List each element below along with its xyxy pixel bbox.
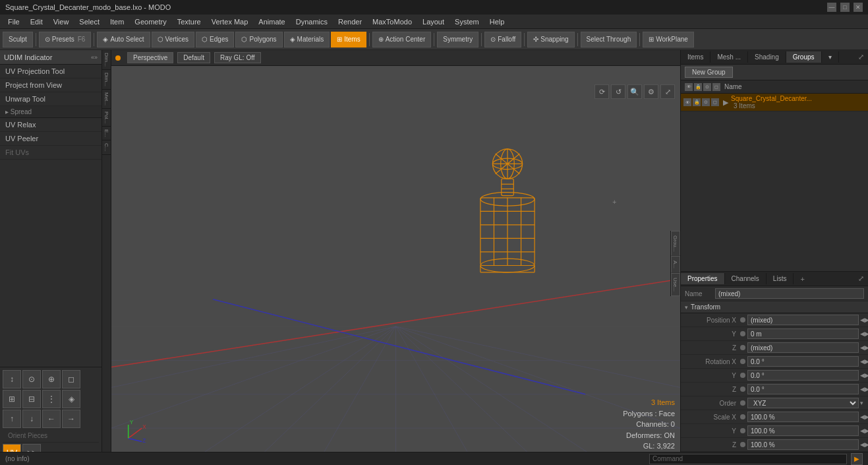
menu-geometry[interactable]: Geometry — [129, 16, 171, 27]
vert-tab-met[interactable]: Met... — [102, 90, 111, 109]
tab-groups[interactable]: Groups — [786, 51, 822, 63]
edge-tab-a[interactable]: A... — [671, 256, 680, 273]
section-spread[interactable]: ▸ Spread — [0, 106, 101, 118]
command-input[interactable]: Command — [652, 455, 683, 462]
tool-left-icon[interactable]: ← — [42, 410, 61, 428]
menu-file[interactable]: File — [3, 16, 25, 27]
auto-select-button[interactable]: ◈ Auto Select — [97, 32, 150, 47]
tool-icon-4[interactable]: ◻ — [62, 370, 80, 388]
item-sel-icon[interactable]: ◻ — [711, 98, 719, 106]
pos-y-arrow[interactable]: ◀▶ — [860, 330, 865, 337]
sidebar-item-project-from-view[interactable]: Project from View — [0, 78, 101, 92]
vert-tab-pol[interactable]: Pol... — [102, 109, 111, 127]
props-tab-properties[interactable]: Properties — [681, 273, 725, 284]
items-button[interactable]: ⊞ Items — [331, 32, 366, 47]
tab-shading[interactable]: Shading — [748, 51, 786, 63]
vp-settings-icon[interactable]: ⚙ — [644, 84, 658, 99]
tab-mesh[interactable]: Mesh ... — [710, 51, 748, 63]
tool-down-icon[interactable]: ↓ — [22, 410, 41, 428]
scale-z-input[interactable]: 100.0 % — [747, 439, 859, 450]
left-panel-expand-icon[interactable]: «» — [91, 54, 98, 61]
tool-icon-6[interactable]: ⊟ — [22, 390, 41, 408]
menu-select[interactable]: Select — [74, 16, 105, 27]
workplane-button[interactable]: ⊞ WorkPlane — [643, 32, 694, 47]
tool-icon-5[interactable]: ⊞ — [3, 390, 21, 408]
order-arrow[interactable]: ▾ — [860, 400, 865, 406]
materials-button[interactable]: ◈ Materials — [284, 32, 330, 47]
tool-icon-7[interactable]: ⋮ — [42, 390, 61, 408]
viewport[interactable]: Perspective Default Ray GL: Off — [111, 50, 680, 465]
menu-animate[interactable]: Animate — [253, 16, 290, 27]
close-button[interactable]: ✕ — [854, 3, 863, 12]
viewport-canvas[interactable]: X Z Y + ⟳ ↺ 🔍 ⚙ ⤢ 3 Items Polygons : Fac… — [111, 66, 680, 465]
tab-items[interactable]: Items — [681, 51, 710, 63]
select-through-button[interactable]: Select Through — [581, 32, 637, 47]
menu-texture[interactable]: Texture — [172, 16, 206, 27]
item-lock-icon[interactable]: 🔒 — [693, 98, 701, 106]
action-center-button[interactable]: ⊕ Action Center — [372, 32, 432, 47]
item-render-icon[interactable]: ⊙ — [702, 98, 710, 106]
list-item-decanter[interactable]: 👁 🔒 ⊙ ◻ ▶ Square_Crystal_Decanter... 3 I… — [681, 94, 868, 111]
props-tab-lists[interactable]: Lists — [767, 273, 794, 284]
vertices-button[interactable]: ⬡ Vertices — [152, 32, 195, 47]
maximize-button[interactable]: □ — [840, 3, 850, 12]
pos-x-arrow[interactable]: ◀▶ — [860, 317, 865, 323]
minimize-button[interactable]: — — [827, 3, 836, 12]
new-group-button[interactable]: New Group — [685, 67, 733, 78]
menu-dynamics[interactable]: Dynamics — [291, 16, 333, 27]
vert-tab-e[interactable]: E... — [102, 127, 111, 140]
rot-z-arrow[interactable]: ◀▶ — [860, 386, 865, 392]
props-name-input[interactable]: (mixed) — [715, 288, 864, 299]
sidebar-item-fit-uvs[interactable]: Fit UVs — [0, 146, 101, 160]
vp-expand-icon[interactable]: ⤢ — [660, 84, 675, 99]
menu-view[interactable]: View — [48, 16, 74, 27]
polygons-button[interactable]: ⬡ Polygons — [235, 32, 282, 47]
viewport-tab-raygl[interactable]: Ray GL: Off — [214, 52, 261, 63]
vert-tab-dim[interactable]: Dim... — [102, 50, 111, 70]
right-panel-expand-icon[interactable]: ⤢ — [854, 51, 868, 63]
sidebar-item-uv-relax[interactable]: UV Relax — [0, 118, 101, 132]
vert-tab-c[interactable]: C... — [102, 140, 111, 154]
tool-up-icon[interactable]: ↑ — [3, 410, 21, 428]
viewport-tab-perspective[interactable]: Perspective — [127, 52, 173, 63]
scale-y-input[interactable]: 100.0 % — [747, 425, 859, 436]
menu-maxtomodo[interactable]: MaxToModo — [367, 16, 417, 27]
scale-x-arrow[interactable]: ◀▶ — [860, 414, 865, 420]
vp-search-icon[interactable]: 🔍 — [627, 84, 642, 99]
rot-z-input[interactable]: 0.0 ° — [747, 384, 859, 394]
edge-tab-groups[interactable]: Grou... — [671, 231, 680, 256]
props-add-button[interactable]: + — [796, 273, 808, 285]
menu-edit[interactable]: Edit — [25, 16, 48, 27]
tool-icon-8[interactable]: ◈ — [62, 390, 80, 408]
viewport-tab-default[interactable]: Default — [177, 52, 210, 63]
item-eye-icon[interactable]: 👁 — [683, 98, 691, 106]
scale-x-input[interactable]: 100.0 % — [747, 412, 859, 422]
pos-z-input[interactable]: (mixed) — [747, 342, 859, 353]
pos-y-input[interactable]: 0 m — [747, 328, 859, 339]
rot-x-arrow[interactable]: ◀▶ — [860, 358, 865, 365]
scale-y-arrow[interactable]: ◀▶ — [860, 427, 865, 434]
menu-system[interactable]: System — [449, 16, 484, 27]
tool-right-icon[interactable]: → — [62, 410, 80, 428]
sidebar-item-uv-peeler[interactable]: UV Peeler — [0, 132, 101, 146]
props-expand-icon[interactable]: ⤢ — [854, 272, 868, 285]
menu-vertex-map[interactable]: Vertex Map — [206, 16, 254, 27]
symmetry-button[interactable]: Symmetry — [437, 32, 478, 47]
pos-z-arrow[interactable]: ◀▶ — [860, 344, 865, 351]
pos-x-input[interactable]: (mixed) — [747, 315, 859, 325]
vp-refresh-icon[interactable]: ↺ — [611, 84, 625, 99]
sidebar-item-uv-projection[interactable]: UV Projection Tool — [0, 65, 101, 78]
vert-tab-dim2[interactable]: Dim... — [102, 70, 111, 90]
scale-z-arrow[interactable]: ◀▶ — [860, 441, 865, 448]
sculpt-button[interactable]: Sculpt — [3, 32, 33, 47]
rot-y-arrow[interactable]: ◀▶ — [860, 372, 865, 379]
menu-layout[interactable]: Layout — [417, 16, 449, 27]
menu-render[interactable]: Render — [333, 16, 367, 27]
edges-button[interactable]: ⬡ Edges — [196, 32, 234, 47]
command-run-button[interactable]: ▶ — [851, 453, 863, 465]
snapping-button[interactable]: ✣ Snapping — [527, 32, 574, 47]
props-tab-channels[interactable]: Channels — [725, 273, 767, 284]
rot-y-input[interactable]: 0.0 ° — [747, 370, 859, 381]
presets-button[interactable]: ⊙ Presets F6 — [39, 32, 92, 47]
vp-rotate-icon[interactable]: ⟳ — [594, 84, 609, 99]
